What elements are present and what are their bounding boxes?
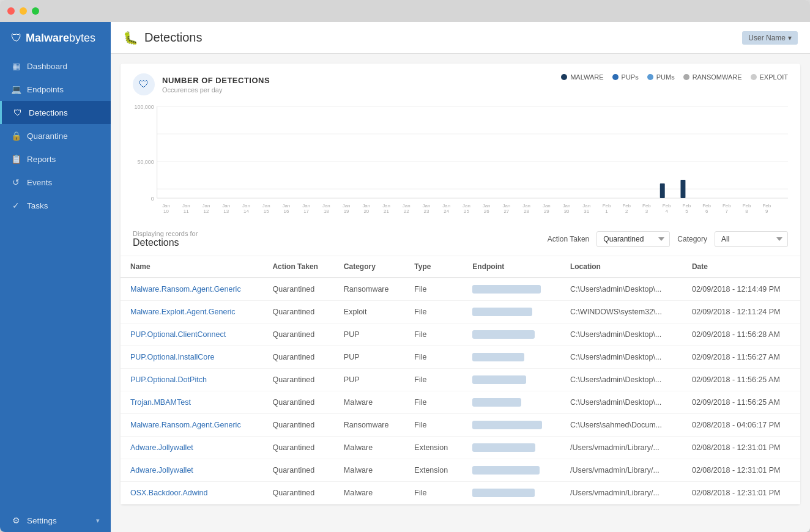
cell-endpoint [463,278,560,301]
detections-table: Name Action Taken Category Type Endpoint… [121,256,800,504]
svg-text:7: 7 [726,209,729,214]
svg-text:24: 24 [444,209,449,214]
sidebar-label-endpoints: Endpoints [27,85,64,94]
cell-action: Quarantined [262,459,333,482]
svg-text:21: 21 [384,209,389,214]
svg-text:Feb: Feb [702,203,711,209]
sidebar-item-reports[interactable]: 📋 Reports [0,147,111,171]
app-body: 🛡 Malwarebytes ▦ Dashboard 💻 Endpoints 🛡… [0,22,810,532]
cell-action: Quarantined [262,369,333,391]
bug-icon: 🐛 [123,31,138,45]
sidebar-label-detections: Detections [29,108,68,117]
cell-category: PUP [334,369,404,391]
action-taken-select[interactable]: Quarantined [596,231,670,247]
svg-text:15: 15 [264,209,269,214]
col-date: Date [682,256,800,278]
cell-name[interactable]: PUP.Optional.ClientConnect [121,323,262,346]
svg-text:Jan: Jan [502,203,510,209]
svg-text:Feb: Feb [762,203,771,209]
logo-icon: 🛡 [11,32,22,45]
cell-endpoint [463,346,560,369]
endpoints-icon: 💻 [11,84,21,94]
chart-title-block: NUMBER OF DETECTIONS Occurences per day [162,76,270,94]
category-select[interactable]: All [715,231,788,247]
svg-text:14: 14 [243,209,249,214]
minimize-button[interactable] [20,7,27,15]
sidebar-label-events: Events [27,178,52,187]
svg-text:Jan: Jan [582,203,590,209]
filter-bar: Displaying records for Detections Action… [121,223,800,256]
cell-date: 02/09/2018 - 11:56:25 AM [682,369,800,391]
sidebar-item-events[interactable]: ↺ Events [0,171,111,194]
sidebar-label-quarantine: Quarantine [27,131,68,141]
user-menu[interactable]: User Name ▾ [742,31,798,45]
pums-dot [647,74,653,80]
cell-name[interactable]: Malware.Ransom.Agent.Generic [121,278,262,301]
maximize-button[interactable] [32,7,39,15]
legend-exploit: EXPLOIT [751,73,788,81]
cell-location: C:\Users\admin\Desktop\... [560,323,682,346]
svg-text:27: 27 [503,209,509,214]
cell-name[interactable]: Trojan.MBAMTest [121,391,262,414]
cell-category: Malware [334,482,404,504]
cell-endpoint [463,414,560,437]
detections-icon: 🛡 [13,108,23,117]
logo: 🛡 Malwarebytes [0,22,111,54]
displaying-text: Displaying records for [133,230,198,237]
svg-text:18: 18 [324,209,329,214]
svg-text:Jan: Jan [222,203,230,209]
main-content: 🐛 Detections User Name ▾ 🛡 NUMBER OF D [111,22,810,532]
svg-text:22: 22 [404,209,409,214]
quarantine-icon: 🔒 [11,131,21,141]
svg-text:30: 30 [564,209,570,214]
cell-date: 02/09/2018 - 11:56:28 AM [682,323,800,346]
cell-action: Quarantined [262,482,333,504]
cell-date: 02/09/2018 - 12:11:24 PM [682,301,800,323]
content-area: 🛡 NUMBER OF DETECTIONS Occurences per da… [111,54,810,532]
category-label: Category [677,235,707,243]
cell-action: Quarantined [262,414,333,437]
svg-text:28: 28 [524,209,529,214]
svg-text:Jan: Jan [522,203,530,209]
cell-date: 02/09/2018 - 11:56:27 AM [682,346,800,369]
sidebar-label-dashboard: Dashboard [27,62,67,71]
app-window: 🛡 Malwarebytes ▦ Dashboard 💻 Endpoints 🛡… [0,0,810,532]
table-row: PUP.Optional.ClientConnect Quarantined P… [121,323,800,346]
sidebar-item-detections[interactable]: 🛡 Detections [0,101,111,124]
cell-endpoint [463,323,560,346]
sidebar-label-reports: Reports [27,155,56,164]
cell-name[interactable]: PUP.Optional.DotPitch [121,369,262,391]
cell-date: 02/08/2018 - 12:31:01 PM [682,437,800,459]
sidebar-item-quarantine[interactable]: 🔒 Quarantine [0,124,111,147]
cell-endpoint [463,437,560,459]
sidebar-item-settings[interactable]: ⚙ Settings ▾ [0,509,111,532]
table-row: Malware.Ransom.Agent.Generic Quarantined… [121,278,800,301]
svg-text:29: 29 [544,209,549,214]
cell-name[interactable]: Malware.Exploit.Agent.Generic [121,301,262,323]
svg-text:6: 6 [705,209,708,214]
cell-category: Malware [334,391,404,414]
cell-type: File [404,346,463,369]
cell-name[interactable]: Malware.Ransom.Agent.Generic [121,414,262,437]
col-endpoint: Endpoint [463,256,560,278]
close-button[interactable] [7,7,15,15]
legend-pups: PUPs [612,73,639,81]
svg-text:Jan: Jan [362,203,370,209]
svg-text:Jan: Jan [322,203,330,209]
cell-location: C:\WINDOWS\system32\... [560,301,682,323]
cell-name[interactable]: OSX.Backdoor.Adwind [121,482,262,504]
chart-visualization: 100,000 50,000 0 [121,100,800,223]
chart-header: 🛡 NUMBER OF DETECTIONS Occurences per da… [121,64,800,100]
cell-name[interactable]: Adware.Jollywallet [121,459,262,482]
cell-name[interactable]: Adware.Jollywallet [121,437,262,459]
svg-text:12: 12 [204,209,209,214]
cell-endpoint [463,391,560,414]
sidebar-item-tasks[interactable]: ✓ Tasks [0,194,111,217]
reports-icon: 📋 [11,154,21,164]
cell-name[interactable]: PUP.Optional.InstallCore [121,346,262,369]
svg-text:Jan: Jan [162,203,170,209]
cell-category: Ransomware [334,414,404,437]
cell-category: Exploit [334,301,404,323]
sidebar-item-endpoints[interactable]: 💻 Endpoints [0,78,111,101]
sidebar-item-dashboard[interactable]: ▦ Dashboard [0,54,111,78]
